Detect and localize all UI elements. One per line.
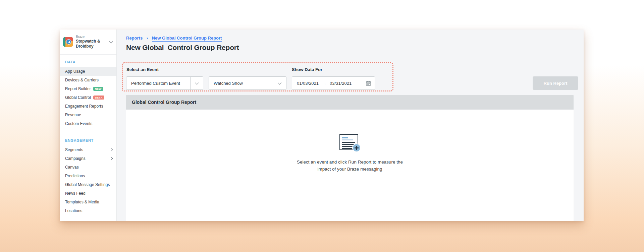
breadcrumb-reports-link[interactable]: Reports: [126, 36, 143, 41]
sidebar-item-label: Global Message Settings: [65, 182, 110, 187]
sidebar-item-canvas[interactable]: Canvas: [60, 163, 116, 172]
sidebar-item-locations[interactable]: Locations: [60, 206, 116, 215]
sidebar: Braze Stopwatch & Droidboy DATA App Usag…: [60, 29, 117, 221]
sidebar-item-report-builder[interactable]: Report Builder NEW: [60, 84, 116, 93]
sidebar-item-label: Custom Events: [65, 121, 92, 126]
sidebar-item-label: Predictions: [65, 174, 85, 178]
report-document-icon: [339, 134, 360, 151]
sidebar-item-templates-media[interactable]: Templates & Media: [60, 198, 116, 206]
section-heading-data: DATA: [60, 60, 116, 64]
sidebar-section-data: DATA App Usage Devices & Carriers Report…: [60, 55, 116, 128]
sidebar-item-devices-carriers[interactable]: Devices & Carriers: [60, 76, 116, 84]
sidebar-item-label: App Usage: [65, 69, 85, 74]
sidebar-section-engagement: ENGAGEMENT Segments Campaigns Canvas Pre…: [60, 133, 116, 215]
sidebar-item-label: News Feed: [65, 191, 86, 196]
chevron-down-icon: [195, 81, 199, 84]
date-range-picker[interactable]: 01/03/2021 → 03/31/2021: [292, 76, 375, 90]
sidebar-item-label: Locations: [65, 208, 82, 213]
sidebar-item-global-message-settings[interactable]: Global Message Settings: [60, 180, 116, 189]
sidebar-item-engagement-reports[interactable]: Engagement Reports: [60, 102, 116, 111]
chevron-down-icon: [109, 40, 113, 43]
select-event-label: Select an Event: [126, 67, 159, 72]
run-report-button[interactable]: Run Report: [533, 76, 578, 90]
sidebar-item-global-control[interactable]: Global Control BETA: [60, 93, 116, 102]
empty-state-line1: Select an event and click Run Report to …: [126, 159, 574, 166]
event-type-dropdown[interactable]: Performed Custom Event: [126, 76, 203, 90]
sidebar-item-news-feed[interactable]: News Feed: [60, 189, 116, 198]
arrow-right-icon: →: [322, 81, 326, 86]
chevron-right-icon: [110, 157, 113, 160]
dropdown-toggle: [190, 77, 203, 89]
page-title: New Global Control Group Report: [126, 44, 239, 52]
report-panel: Global Control Group Report Select an ev…: [126, 95, 574, 221]
sidebar-item-label: Campaigns: [65, 156, 86, 161]
event-dropdown[interactable]: Watched Show: [209, 76, 286, 90]
workspace-switcher[interactable]: Braze Stopwatch & Droidboy: [60, 29, 116, 55]
sidebar-item-segments[interactable]: Segments: [60, 145, 116, 154]
main-content: Reports › New Global Control Group Repor…: [117, 29, 584, 221]
empty-state-line2: impact of your Braze messaging: [126, 166, 574, 173]
date-end-value: 03/31/2021: [326, 81, 354, 86]
sidebar-item-label: Global Control: [65, 95, 91, 100]
report-panel-body: Select an event and click Run Report to …: [126, 110, 574, 221]
sidebar-item-label: Segments: [65, 147, 83, 152]
app-window: Braze Stopwatch & Droidboy DATA App Usag…: [60, 29, 584, 221]
sidebar-item-revenue[interactable]: Revenue: [60, 111, 116, 119]
workspace-name: Stopwatch & Droidboy: [76, 39, 105, 49]
sidebar-item-predictions[interactable]: Predictions: [60, 172, 116, 180]
sidebar-item-label: Canvas: [65, 165, 79, 170]
add-plus-icon: [353, 144, 360, 151]
workspace-app-icon: [63, 37, 73, 47]
sidebar-item-label: Templates & Media: [65, 200, 99, 204]
section-heading-engagement: ENGAGEMENT: [60, 138, 116, 142]
sidebar-item-custom-events[interactable]: Custom Events: [60, 119, 116, 128]
sidebar-item-campaigns[interactable]: Campaigns: [60, 154, 116, 163]
event-value: Watched Show: [209, 81, 243, 86]
report-panel-header: Global Control Group Report: [126, 95, 574, 110]
sidebar-item-label: Revenue: [65, 113, 81, 117]
new-badge: NEW: [93, 87, 103, 91]
event-type-value: Performed Custom Event: [126, 81, 180, 86]
chevron-down-icon: [278, 81, 281, 84]
dropdown-toggle: [273, 77, 286, 89]
date-start-value: 01/03/2021: [292, 81, 322, 86]
calendar-icon: [366, 81, 371, 86]
sidebar-item-app-usage[interactable]: App Usage: [60, 67, 116, 76]
workspace-info: Braze Stopwatch & Droidboy: [76, 35, 105, 49]
breadcrumb-separator: ›: [147, 36, 148, 41]
show-data-for-label: Show Data For: [292, 67, 322, 72]
breadcrumb: Reports › New Global Control Group Repor…: [126, 36, 222, 41]
sidebar-item-label: Report Builder: [65, 86, 91, 91]
sidebar-item-label: Devices & Carriers: [65, 78, 99, 82]
breadcrumb-current-link[interactable]: New Global Control Group Report: [152, 36, 222, 42]
sidebar-item-label: Engagement Reports: [65, 104, 103, 109]
chevron-right-icon: [110, 148, 113, 151]
empty-state-message: Select an event and click Run Report to …: [126, 159, 574, 173]
beta-badge: BETA: [93, 96, 104, 100]
brand-label: Braze: [76, 35, 105, 39]
